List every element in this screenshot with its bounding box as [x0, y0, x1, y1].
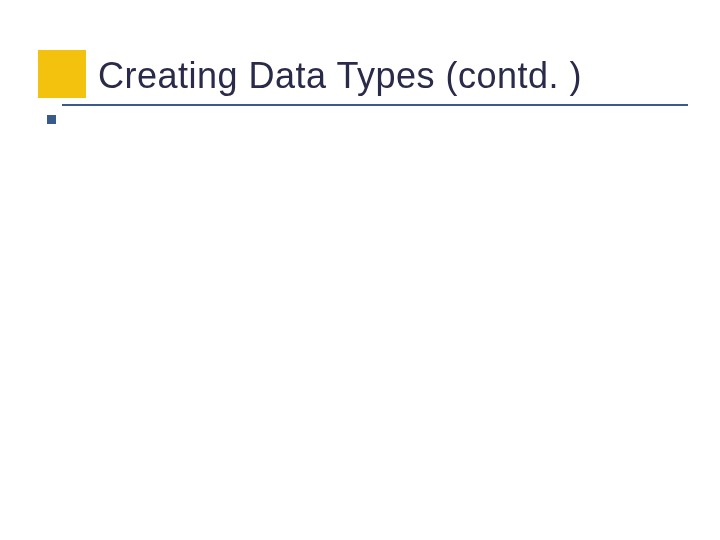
slide-container: Creating Data Types (contd. ): [0, 0, 720, 540]
accent-square-icon: [38, 50, 86, 98]
title-underline: [62, 104, 688, 106]
bullet-square-icon: [47, 115, 56, 124]
slide-title: Creating Data Types (contd. ): [98, 55, 582, 97]
